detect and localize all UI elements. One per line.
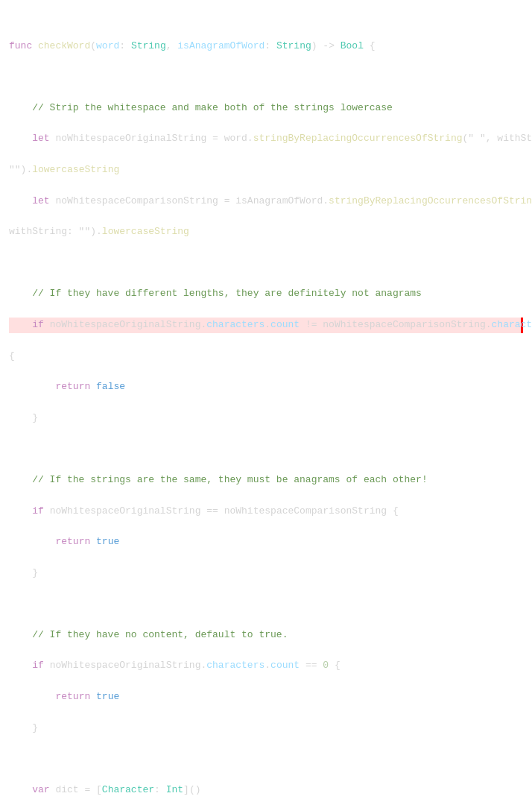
- code-token: // If they have no content, default to t…: [9, 629, 288, 640]
- code-line: "").lowercaseString: [9, 162, 523, 178]
- code-token: {: [329, 660, 341, 671]
- code-token: (": [463, 133, 475, 144]
- code-token: ) ->: [311, 40, 341, 51]
- code-token: count: [270, 660, 300, 671]
- code-token: .: [265, 660, 270, 671]
- code-token: ](): [183, 784, 200, 795]
- code-token: return: [55, 381, 90, 392]
- code-token: return: [55, 536, 90, 547]
- code-token: lowercaseString: [32, 164, 119, 175]
- code-token: noWhitespaceOriginalString.: [44, 319, 206, 330]
- code-line: func checkWord(word: String, isAnagramOf…: [9, 39, 523, 54]
- code-token: :: [119, 40, 131, 51]
- code-line: return true: [9, 534, 523, 550]
- code-token: false: [96, 381, 125, 392]
- code-token: noWhitespaceComparisonString = isAnagram…: [50, 195, 329, 206]
- code-token: [90, 691, 96, 702]
- code-token: String: [276, 40, 311, 51]
- code-token: :: [265, 40, 276, 51]
- code-token: [474, 133, 480, 144]
- code-token: [9, 133, 32, 144]
- code-token: ==: [300, 660, 323, 671]
- code-token: noWhitespaceOriginalString = word.: [50, 133, 253, 144]
- code-token: Bool: [341, 40, 364, 51]
- code-token: checkWord: [38, 40, 90, 51]
- code-token: }: [9, 722, 38, 733]
- code-token: }: [9, 412, 38, 423]
- code-line: }: [9, 411, 523, 426]
- code-line: [9, 441, 523, 457]
- code-token: {: [364, 40, 376, 51]
- code-token: // Strip the whitespace and make both of…: [9, 102, 393, 113]
- code-line: var dict = [Character: Int](): [9, 783, 523, 798]
- code-token: characters: [206, 319, 265, 330]
- code-token: Character: [102, 784, 154, 795]
- code-token: [9, 505, 32, 517]
- code-token: lowercaseString: [102, 226, 189, 237]
- code-block: func checkWord(word: String, isAnagramOf…: [0, 7, 532, 805]
- code-token: characters: [206, 660, 265, 671]
- code-token: .: [265, 319, 270, 330]
- code-token: stringByReplacingOccurrencesOfString: [253, 133, 463, 144]
- code-token: if: [32, 319, 44, 330]
- code-token: [90, 381, 96, 392]
- code-line: if noWhitespaceOriginalString.characters…: [9, 318, 523, 333]
- code-token: [9, 319, 32, 330]
- code-token: Int: [166, 784, 183, 795]
- code-token: [9, 195, 32, 206]
- code-token: count: [270, 319, 300, 330]
- code-token: return: [55, 691, 90, 702]
- code-token: [90, 536, 96, 547]
- code-token: if: [32, 505, 44, 517]
- code-line: [9, 69, 523, 85]
- code-token: [9, 381, 55, 392]
- code-token: // If the strings are the same, they mus…: [9, 474, 428, 485]
- code-token: String: [131, 40, 166, 51]
- code-line: }: [9, 566, 523, 581]
- code-token: }: [9, 567, 38, 578]
- code-line: [9, 256, 523, 271]
- code-token: word: [96, 40, 119, 51]
- code-line: [9, 596, 523, 612]
- code-line: withString: "").lowercaseString: [9, 224, 523, 240]
- code-line: // If they have different lengths, they …: [9, 286, 523, 302]
- code-token: dict = [: [50, 784, 102, 795]
- code-editor: func checkWord(word: String, isAnagramOf…: [0, 0, 532, 805]
- code-token: withString: "").: [9, 226, 102, 237]
- code-token: [9, 691, 55, 702]
- code-token: var: [32, 784, 49, 795]
- code-line: // Strip the whitespace and make both of…: [9, 101, 523, 116]
- code-token: {: [9, 350, 15, 362]
- code-token: ,: [166, 40, 178, 51]
- code-line: }: [9, 721, 523, 736]
- code-line: let noWhitespaceComparisonString = isAna…: [9, 194, 523, 209]
- code-token: :: [154, 784, 166, 795]
- code-token: isAnagramOfWord: [177, 40, 265, 51]
- code-line: // If they have no content, default to t…: [9, 628, 523, 643]
- code-token: noWhitespaceOriginalString.: [44, 660, 206, 671]
- code-token: stringByReplacingOccurrencesOfString: [329, 195, 532, 206]
- code-token: // If they have different lengths, they …: [9, 288, 422, 299]
- code-line: {: [9, 349, 523, 364]
- code-token: [9, 784, 32, 795]
- code-line: return true: [9, 689, 523, 705]
- code-token: characters: [492, 319, 532, 330]
- code-token: let: [32, 195, 49, 206]
- code-token: true: [96, 691, 119, 702]
- code-line: let noWhitespaceOriginalString = word.st…: [9, 131, 523, 147]
- code-token: [9, 536, 55, 547]
- code-token: [9, 660, 32, 671]
- code-token: 0: [323, 660, 329, 671]
- code-line: [9, 751, 523, 767]
- code-token: "").: [9, 164, 32, 175]
- code-token: != noWhitespaceComparisonString.: [300, 319, 491, 330]
- code-token: ", withString:: [480, 133, 532, 144]
- code-token: true: [96, 536, 119, 547]
- code-line: // If the strings are the same, they mus…: [9, 473, 523, 488]
- code-token: noWhitespaceOriginalString == noWhitespa…: [44, 505, 399, 517]
- code-token: if: [32, 660, 44, 671]
- code-token: let: [32, 133, 49, 144]
- code-token: (: [90, 40, 96, 51]
- code-line: if noWhitespaceOriginalString == noWhite…: [9, 504, 523, 520]
- code-token: func: [9, 40, 38, 51]
